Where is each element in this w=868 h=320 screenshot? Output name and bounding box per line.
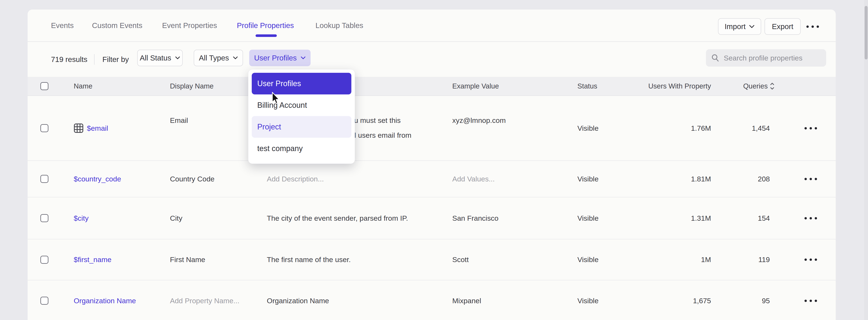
screen: Events Custom Events Event Properties Pr… — [0, 0, 868, 320]
profile-entity-filter-label: User Profiles — [254, 54, 297, 62]
queries-cell: 1,454 — [713, 96, 775, 161]
queries-cell: 208 — [713, 161, 775, 197]
header-name: Name — [74, 77, 170, 96]
status-cell: Visible — [578, 96, 647, 161]
chevron-down-icon — [301, 56, 306, 60]
row-menu-button[interactable] — [804, 127, 817, 130]
dropdown-item-test-company[interactable]: test company — [252, 138, 351, 159]
properties-panel: Events Custom Events Event Properties Pr… — [28, 9, 836, 320]
description-cell[interactable]: Add Description... — [267, 161, 452, 197]
row-checkbox[interactable] — [40, 297, 49, 305]
three-dots-icon — [806, 26, 819, 28]
property-name-link[interactable]: Organization Name — [74, 297, 136, 305]
description-fragment: d users email from — [352, 128, 452, 143]
property-name-link[interactable]: $country_code — [74, 175, 121, 183]
example-value-cell[interactable]: Add Values... — [452, 161, 578, 197]
chevron-down-icon — [749, 25, 754, 29]
chevron-down-icon — [175, 56, 180, 60]
queries-cell: 119 — [713, 239, 775, 280]
example-value-cell[interactable]: xyz@lmnop.com — [452, 96, 578, 161]
import-button[interactable]: Import — [718, 18, 761, 35]
status-cell: Visible — [578, 197, 647, 239]
users-with-property-cell: 1M — [647, 239, 713, 280]
table-row: $city City The city of the event sender,… — [28, 197, 836, 239]
tab-event-properties[interactable]: Event Properties — [162, 9, 217, 41]
divider — [94, 54, 95, 65]
row-menu-button[interactable] — [804, 258, 817, 261]
scrollbar-thumb[interactable] — [865, 6, 868, 60]
row-menu-button[interactable] — [804, 178, 817, 180]
queries-cell: 154 — [713, 197, 775, 239]
search-icon — [711, 54, 719, 62]
properties-table: Name Display Name Example Value Status U… — [28, 77, 836, 320]
header-users-with-property: Users With Property — [647, 77, 713, 96]
type-filter-dropdown[interactable]: All Types — [194, 50, 243, 66]
example-value-cell[interactable]: Mixpanel — [452, 280, 578, 320]
queries-cell: 95 — [713, 280, 775, 320]
header-example-value: Example Value — [452, 77, 578, 96]
header-queries-sort[interactable]: Queries — [713, 77, 775, 96]
filter-bar: 719 results Filter by All Status All Typ… — [28, 42, 836, 77]
active-tab-underline — [255, 34, 277, 37]
tab-events[interactable]: Events — [51, 9, 74, 41]
table-row: Organization Name Add Property Name... O… — [28, 280, 836, 320]
description-cell[interactable]: Organization Name — [267, 280, 452, 320]
users-with-property-cell: 1,675 — [647, 280, 713, 320]
display-name-cell[interactable]: Country Code — [170, 161, 267, 197]
tab-lookup-tables[interactable]: Lookup Tables — [315, 9, 363, 41]
description-cell[interactable]: The first name of the user. — [267, 239, 452, 280]
chevron-down-icon — [233, 56, 238, 60]
example-value-cell[interactable]: Scott — [452, 239, 578, 280]
mouse-cursor-icon — [272, 92, 281, 106]
profile-entity-dropdown-menu: User Profiles Billing Account Project te… — [248, 69, 355, 164]
export-button-label: Export — [772, 22, 793, 31]
property-name-link[interactable]: $first_name — [74, 255, 112, 264]
row-menu-button[interactable] — [804, 299, 817, 302]
dropdown-item-billing-account[interactable]: Billing Account — [252, 95, 351, 116]
tab-custom-events[interactable]: Custom Events — [92, 9, 142, 41]
vertical-scrollbar[interactable] — [864, 0, 868, 320]
results-count: 719 results — [51, 42, 87, 77]
display-name-cell[interactable]: City — [170, 197, 267, 239]
search-box[interactable] — [706, 49, 826, 67]
status-cell: Visible — [578, 161, 647, 197]
row-checkbox[interactable] — [40, 214, 49, 222]
status-filter-label: All Status — [140, 54, 171, 62]
table-row: $country_code Country Code Add Descripti… — [28, 161, 836, 197]
table-row: $first_name First Name The first name of… — [28, 239, 836, 280]
users-with-property-cell: 1.31M — [647, 197, 713, 239]
select-all-checkbox[interactable] — [40, 82, 49, 90]
filter-by-label: Filter by — [102, 42, 129, 77]
dropdown-item-project[interactable]: Project — [252, 116, 351, 138]
table-row: $email Email ou must set this d users em… — [28, 96, 836, 161]
sort-up-down-icon — [770, 82, 775, 90]
display-name-cell[interactable]: Add Property Name... — [170, 280, 267, 320]
row-menu-button[interactable] — [804, 217, 817, 219]
example-value-cell[interactable]: San Francisco — [452, 197, 578, 239]
users-with-property-cell: 1.76M — [647, 96, 713, 161]
type-filter-label: All Types — [199, 54, 229, 62]
property-name-link[interactable]: $email — [87, 124, 108, 133]
search-input[interactable] — [723, 54, 815, 62]
status-filter-dropdown[interactable]: All Status — [137, 50, 183, 66]
import-button-label: Import — [724, 22, 746, 31]
table-header-row: Name Display Name Example Value Status U… — [28, 77, 836, 96]
header-queries-label: Queries — [743, 82, 768, 90]
row-checkbox[interactable] — [40, 124, 49, 132]
users-with-property-cell: 1.81M — [647, 161, 713, 197]
description-cell[interactable]: The city of the event sender, parsed fro… — [267, 197, 452, 239]
property-name-link[interactable]: $city — [74, 214, 89, 222]
tab-bar: Events Custom Events Event Properties Pr… — [28, 9, 836, 42]
table-grid-icon — [74, 123, 84, 133]
display-name-cell[interactable]: First Name — [170, 239, 267, 280]
profile-entity-filter-dropdown[interactable]: User Profiles — [249, 50, 311, 66]
status-cell: Visible — [578, 280, 647, 320]
row-checkbox[interactable] — [40, 256, 49, 264]
dropdown-item-user-profiles[interactable]: User Profiles — [252, 73, 351, 95]
header-status: Status — [578, 77, 647, 96]
description-fragment: ou must set this — [350, 113, 452, 128]
row-checkbox[interactable] — [40, 175, 49, 183]
status-cell: Visible — [578, 239, 647, 280]
more-actions-button[interactable] — [803, 18, 823, 35]
export-button[interactable]: Export — [765, 18, 801, 35]
